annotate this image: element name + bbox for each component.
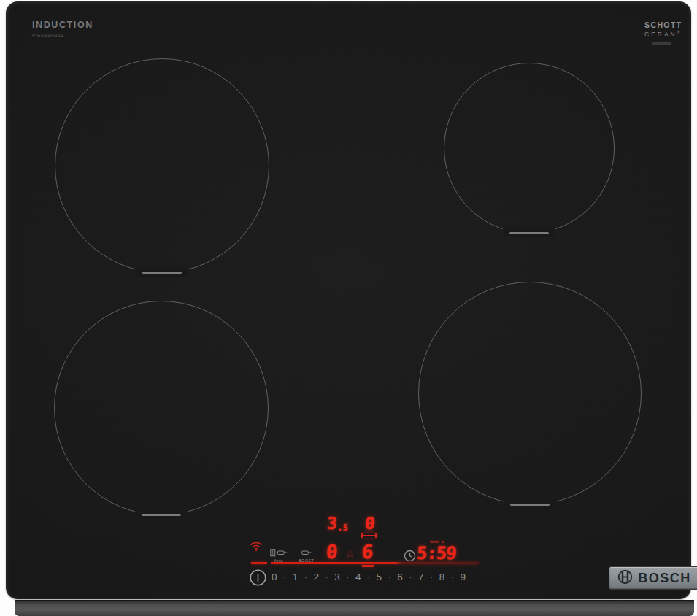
bosch-logo-badge: BOSCH (609, 566, 697, 590)
power-key-1[interactable]: 1 (293, 571, 299, 582)
display-rear-left-level: 3.5 (326, 515, 349, 532)
power-key-7[interactable]: 7 (418, 571, 424, 582)
wifi-icon[interactable] (250, 541, 263, 555)
zone-marker-gap (136, 268, 188, 277)
zone-marker-dash (142, 272, 182, 274)
ceran-wordmark: CERAN® (644, 30, 682, 38)
power-key-4[interactable]: 4 (355, 571, 361, 582)
separator-dot: · (388, 573, 391, 582)
zone-marker-dash (510, 504, 550, 506)
cooking-zone-rear-left (55, 58, 269, 273)
registered-mark: ® (677, 30, 682, 34)
power-level-slider[interactable]: 0 · 1 · 2 · 3 · 4 · 5 · 6 · 7 · 8 · 9 (272, 571, 466, 582)
zone-extend-indicator-icon (361, 533, 377, 538)
display-front-left-level: 0 (326, 542, 338, 561)
power-key-8[interactable]: 8 (439, 571, 445, 582)
bosch-armature-icon (617, 569, 633, 588)
key-divider (293, 550, 293, 562)
power-key-9[interactable]: 9 (460, 571, 466, 582)
schott-fine-print (652, 42, 671, 45)
induction-label: INDUCTION (32, 20, 93, 30)
power-key-5[interactable]: 5 (377, 571, 382, 582)
power-key-6[interactable]: 6 (397, 571, 403, 582)
separator-dot: · (367, 573, 370, 582)
separator-dot: · (430, 573, 433, 582)
branding-top-right: SCHOTT CERAN® (644, 20, 682, 45)
model-number: PIE631HB1E (32, 33, 93, 38)
favorite-star-icon[interactable]: ☆ (344, 548, 355, 560)
branding-top-left: INDUCTION PIE631HB1E (32, 20, 93, 38)
zone-marker-gap (504, 500, 556, 509)
display-rear-right-level: 0 (364, 515, 375, 532)
zone-marker-gap (135, 510, 188, 519)
separator-dot: · (283, 573, 286, 582)
separator-dot: · (326, 573, 328, 582)
display-front-right-level: 6 (361, 542, 374, 561)
cooking-zone-front-right (418, 282, 642, 505)
cooking-zone-rear-right (444, 63, 615, 234)
power-key-3[interactable]: 3 (334, 571, 340, 582)
cooking-zone-front-left (54, 301, 269, 515)
function-key-cluster: func BOOST (270, 549, 314, 563)
pan-func-key[interactable]: func (270, 549, 288, 563)
product-photo: INDUCTION PIE631HB1E SCHOTT CERAN® (0, 0, 697, 616)
power-button[interactable] (249, 569, 267, 590)
power-key-2[interactable]: 2 (313, 571, 319, 582)
selected-zone-underline (362, 565, 374, 567)
separator-dot: · (409, 573, 412, 582)
power-key-0[interactable]: 0 (272, 571, 277, 582)
zone-marker-dash (142, 514, 181, 516)
boost-key[interactable]: BOOST (299, 549, 314, 563)
front-trim-strip (15, 600, 694, 616)
bosch-wordmark: BOSCH (638, 571, 691, 586)
red-indicator-segment (251, 562, 267, 564)
schott-wordmark: SCHOTT (644, 20, 682, 29)
separator-dot: · (346, 573, 349, 582)
separator-dot: · (451, 573, 454, 582)
separator-dot: · (304, 573, 307, 582)
red-slider-line (271, 562, 479, 564)
display-timer: 5:59 (416, 544, 456, 562)
zone-marker-dash (509, 232, 549, 234)
zone-marker-gap (503, 228, 555, 237)
induction-hob-glass: INDUCTION PIE631HB1E SCHOTT CERAN® (6, 1, 691, 599)
